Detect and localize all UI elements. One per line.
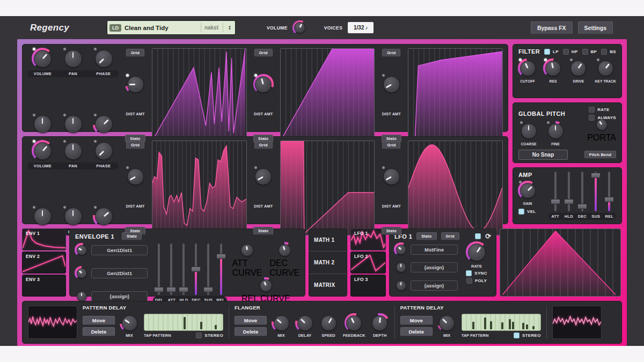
res-knob[interactable] [544,59,562,77]
pd1-mix-knob[interactable] [120,314,138,332]
env-assign-2-knob[interactable] [75,267,88,279]
pitch-rate-checkbox[interactable]: RATE [589,107,609,113]
master-volume-knob[interactable] [293,21,307,35]
gain-knob[interactable] [518,181,537,200]
amp-sus-slider[interactable] [591,172,601,211]
env-assign-3-slot[interactable]: (assign) [91,291,148,301]
amp-dec-slider[interactable] [577,172,587,211]
flanger-mix-knob[interactable] [272,314,290,332]
tab-lfo-1[interactable]: LFO 1 [350,228,386,250]
flanger-move-button[interactable]: Move [235,316,267,325]
pd2-tap-pattern-display[interactable] [462,314,541,331]
slider-thumb[interactable] [166,287,176,292]
tab-lfo-2[interactable]: LFO 2 [350,252,386,274]
pd1-delete-button[interactable]: Delete [83,327,115,336]
pd2-move-button[interactable]: Move [400,316,433,325]
gen2-pan-knob[interactable] [63,141,83,161]
env-hld-slider[interactable] [179,243,188,295]
bypass-fx-button[interactable]: Bypass FX [531,21,573,34]
env-del-slider[interactable] [154,243,164,295]
gen1-grid-button-3[interactable]: Grid [382,49,400,57]
gen1-dist-amt-knob-1[interactable] [126,75,145,94]
slider-thumb[interactable] [604,197,614,202]
envelope-state-button[interactable]: State [122,232,142,240]
snap-mode-dropdown[interactable]: No Snap [518,150,568,160]
tab-lfo-3[interactable]: LFO 3 [350,275,386,297]
gen1-sync-amt-knob[interactable] [93,114,114,135]
env-assign-2-slot[interactable]: Gen2Dist1 [91,268,148,278]
lfo-state-button[interactable]: State [416,232,436,240]
gen2-volume-knob[interactable] [32,141,53,161]
lfo-sync-checkbox[interactable]: SYNC [466,270,487,276]
env-dec-slider[interactable] [191,243,201,295]
gen1-grid-button-2[interactable]: Grid [254,49,273,57]
key-track-knob[interactable] [596,59,614,77]
lfo-waveform-display[interactable] [500,228,621,297]
pd2-mix-knob[interactable] [438,314,456,332]
gen2-fine-knob[interactable] [63,206,83,227]
retrigger-loop-icon[interactable]: ⟳ [485,233,491,239]
amp-att-slider[interactable] [551,172,560,211]
gen2-grid-button-1[interactable]: Grid [126,141,144,149]
lfo-assign-2-knob[interactable] [394,261,407,274]
tab-math-2[interactable]: MATH 2 [309,252,347,274]
env-rel-slider[interactable] [216,243,226,295]
slider-thumb[interactable] [591,173,601,178]
env-att-slider[interactable] [166,243,176,295]
pd1-stereo-checkbox[interactable]: STEREO [196,333,223,338]
gen1-pan-knob[interactable] [63,48,83,69]
gen2-phase-knob[interactable] [93,141,114,161]
pitch-coarse-knob[interactable] [519,122,538,140]
slider-thumb[interactable] [564,199,574,204]
slider-thumb[interactable] [191,267,201,272]
slider-thumb[interactable] [154,287,164,292]
tab-env-1[interactable]: ENV 1 [22,228,66,250]
filter-bp-checkbox[interactable]: BP [582,49,597,55]
lfo-assign-1-knob[interactable] [394,243,407,256]
gen1-waveform-display-3[interactable] [408,48,503,143]
cutoff-knob[interactable] [518,59,537,77]
gen1-grid-button-1[interactable]: Grid [126,49,144,57]
gen2-waveform-display-2[interactable] [280,141,375,235]
gen1-dist-amt-knob-2[interactable] [254,75,273,94]
gen1-volume-knob[interactable] [32,48,53,69]
gen1-fine-knob[interactable] [63,114,83,135]
gen1-waveform-display-1[interactable] [152,48,247,143]
filter-bs-checkbox[interactable]: BS [601,49,616,55]
gen1-waveform-display-2[interactable] [280,48,375,143]
gen2-dist-amt-knob-1[interactable] [126,167,145,186]
pd2-stereo-checkbox[interactable]: STEREO [514,333,541,338]
pd1-move-button[interactable]: Move [83,316,115,325]
vel-checkbox[interactable]: VEL [518,209,536,215]
lfo-retrigger-checkbox[interactable] [475,233,481,239]
gen1-phase-knob[interactable] [93,48,114,69]
gen2-wave-state-button-3[interactable]: State [382,227,401,235]
gen1-dist-amt-knob-3[interactable] [382,75,401,94]
flanger-delay-knob[interactable] [296,314,314,332]
slider-thumb[interactable] [203,287,213,292]
filter-hp-checkbox[interactable]: HP [563,49,578,55]
slider-thumb[interactable] [577,204,587,209]
gen2-dist-amt-knob-3[interactable] [382,167,401,186]
pitch-fine-knob[interactable] [546,122,565,140]
gen2-grid-button-2[interactable]: Grid [254,141,273,149]
gen2-waveform-display-3[interactable] [408,141,503,235]
dec-curve-knob[interactable] [277,242,292,257]
lfo-assign-3-knob[interactable] [394,279,407,292]
amp-hld-slider[interactable] [564,172,574,211]
lfo-assign-1-slot[interactable]: MstFine [411,245,458,255]
env-assign-1-slot[interactable]: Gen1Dist1 [91,245,148,255]
settings-button[interactable]: Settings [578,21,613,34]
pitch-always-checkbox[interactable]: ALWAYS [589,115,616,121]
tab-matrix[interactable]: MATRIX [309,274,347,296]
lfo-poly-checkbox[interactable]: POLY [466,278,487,284]
gen2-wave-state-button-2[interactable]: State [253,227,273,235]
pd1-tap-pattern-display[interactable] [144,314,223,331]
gen2-sync-amt-knob[interactable] [93,206,114,227]
flanger-delete-button[interactable]: Delete [235,327,267,336]
rate-knob[interactable] [466,242,487,262]
lfo-grid-button[interactable]: Grid [441,232,459,240]
env-assign-3-knob[interactable] [75,290,88,302]
att-curve-knob[interactable] [239,242,254,257]
amp-rel-slider[interactable] [604,172,614,211]
